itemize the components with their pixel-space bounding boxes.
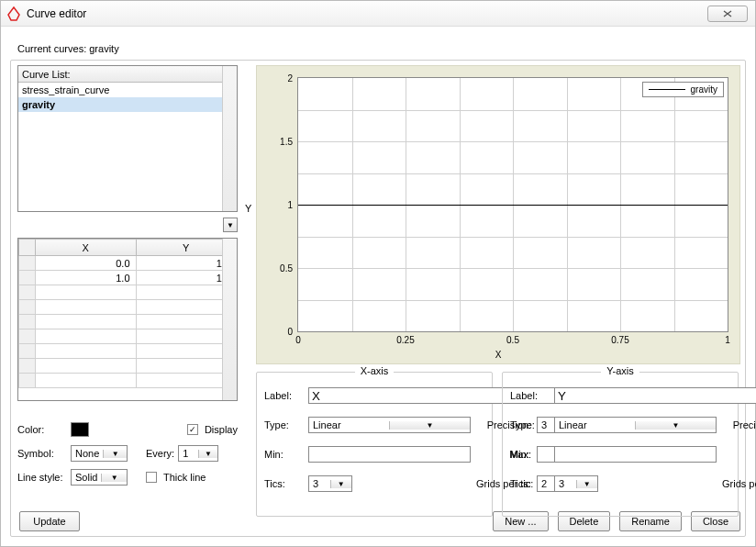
table-row[interactable] — [19, 359, 237, 374]
data-table[interactable]: X Y 0.01.0 1.01.0 — [17, 238, 238, 401]
thickline-checkbox[interactable] — [146, 472, 157, 483]
curve-list-scrollbar[interactable] — [222, 66, 237, 211]
table-row[interactable] — [19, 374, 237, 388]
update-button[interactable]: Update — [19, 511, 80, 531]
y-tick: 1 — [287, 200, 298, 210]
curve-list-items: stress_strain_curve gravity — [18, 83, 237, 211]
y-tics-select[interactable]: 3▼ — [554, 475, 598, 492]
linestyle-label: Line style: — [17, 472, 67, 483]
y-max-label: Max: — [722, 449, 756, 460]
table-row[interactable] — [19, 344, 237, 359]
y-precision-label: Precision: — [722, 419, 756, 430]
y-axis-title: Y-axis — [601, 365, 639, 376]
x-axis-panel: X-axis Label: Type: Linear▼ Precision: 3… — [256, 372, 493, 517]
curve-editor-window: Curve editor Current curves: gravity Cur… — [0, 0, 756, 547]
series-line-gravity — [298, 205, 728, 206]
x-axis-title: X-axis — [355, 365, 395, 376]
curve-list-header: Curve List: — [18, 66, 237, 83]
curve-list-item[interactable]: stress_strain_curve — [18, 83, 237, 97]
display-label: Display — [205, 424, 238, 435]
table-row[interactable] — [19, 300, 237, 315]
plot-legend: gravity — [642, 82, 724, 97]
y-axis-panel: Y-axis Label: Type: Linear▼ Precision: 3… — [502, 372, 739, 517]
y-label-label: Label: — [510, 390, 549, 401]
data-table-scrollbar[interactable] — [222, 239, 237, 400]
x-tick: 1 — [725, 331, 730, 345]
table-row[interactable] — [19, 285, 237, 300]
y-grids-label: Grids per tic: — [722, 478, 756, 489]
linestyle-select[interactable]: Solid▼ — [71, 469, 128, 486]
plot-area: gravity 0 0.5 1 1.5 2 0 0.25 0.5 0.75 1 … — [256, 65, 740, 364]
col-header-x[interactable]: X — [36, 240, 137, 256]
titlebar: Curve editor — [1, 1, 755, 27]
curve-list-item[interactable]: gravity — [18, 97, 237, 112]
x-tick: 0.5 — [506, 331, 519, 345]
x-type-select[interactable]: Linear▼ — [308, 417, 471, 433]
plot-x-label: X — [257, 350, 739, 360]
plot-y-label: Y — [245, 203, 251, 214]
x-tics-label: Tics: — [264, 478, 303, 489]
x-tics-select[interactable]: 3▼ — [308, 475, 352, 492]
y-tick: 0.5 — [280, 263, 298, 274]
x-tick: 0.25 — [396, 331, 414, 345]
x-tick: 0 — [295, 331, 301, 345]
curve-list-dropdown-button[interactable]: ▼ — [223, 218, 238, 232]
y-min-input[interactable] — [554, 446, 717, 463]
x-tick: 0.75 — [611, 331, 628, 345]
window-close-button[interactable] — [707, 6, 748, 22]
x-type-label: Type: — [264, 419, 303, 430]
symbol-select[interactable]: None▼ — [71, 445, 128, 462]
legend-entry: gravity — [691, 84, 717, 95]
current-curves-label: Current curves: gravity — [17, 43, 119, 54]
plot-canvas[interactable]: gravity 0 0.5 1 1.5 2 0 0.25 0.5 0.75 1 — [297, 77, 728, 332]
color-swatch[interactable] — [71, 422, 89, 437]
window-title: Curve editor — [27, 7, 707, 20]
y-tick: 1.5 — [280, 137, 298, 147]
table-row[interactable]: 0.01.0 — [19, 256, 237, 271]
close-icon — [723, 10, 732, 17]
legend-line-icon — [649, 89, 685, 90]
style-block: Color: ✓ Display Symbol: None▼ Every: 1▼… — [17, 418, 238, 489]
every-select[interactable]: 1▼ — [178, 445, 218, 462]
y-tics-label: Tics: — [510, 478, 549, 489]
thickline-label: Thick line — [163, 472, 206, 483]
x-label-label: Label: — [264, 390, 303, 401]
color-label: Color: — [17, 424, 67, 435]
table-row[interactable]: 1.01.0 — [19, 271, 237, 285]
client-area: Current curves: gravity Curve List: stre… — [1, 27, 755, 546]
symbol-label: Symbol: — [17, 448, 67, 459]
curve-list[interactable]: Curve List: stress_strain_curve gravity — [17, 65, 238, 212]
every-label: Every: — [146, 448, 174, 459]
row-header-blank — [19, 240, 36, 256]
table-row[interactable] — [19, 329, 237, 344]
x-min-input[interactable] — [308, 446, 471, 463]
y-min-label: Min: — [510, 449, 549, 460]
y-type-select[interactable]: Linear▼ — [554, 417, 717, 433]
x-min-label: Min: — [264, 449, 303, 460]
svg-marker-0 — [8, 7, 19, 20]
app-icon — [6, 6, 21, 21]
table-row[interactable] — [19, 315, 237, 329]
y-label-input[interactable] — [554, 387, 756, 404]
display-checkbox[interactable]: ✓ — [187, 424, 198, 435]
y-tick: 2 — [287, 73, 298, 84]
y-type-label: Type: — [510, 419, 549, 430]
